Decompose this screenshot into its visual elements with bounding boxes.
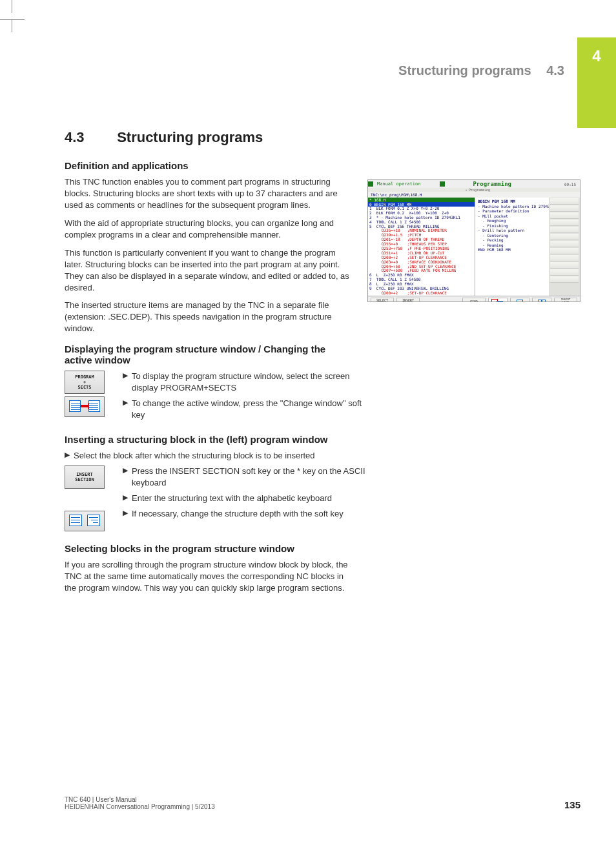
- fig-titlebar: Manual operation Programming 09:15: [368, 180, 580, 188]
- crop-mark: [0, 19, 13, 20]
- section-heading: 4.3 Structuring programs: [65, 129, 555, 146]
- mode-icon: [440, 181, 445, 187]
- fig-btn-window-icon: [510, 298, 529, 303]
- fig-path: TNC:\nc_prog\PGM\168.H: [368, 192, 580, 198]
- triangle-bullet-icon: ▶: [123, 465, 132, 489]
- triangle-bullet-icon: ▶: [123, 493, 132, 504]
- running-header: Structuring programs 4.3: [398, 63, 564, 78]
- fig-program-pane: * 168.H 0 BEGIN PGM 168 MM 1 BLK FORM 0.…: [368, 198, 475, 296]
- softkey-insert-section: INSERT SECTION: [65, 465, 105, 489]
- fig-structure-title: BEGIN PGM 168 MM: [478, 199, 546, 204]
- softkey-program-sects: PROGRAM + SECTS: [65, 371, 105, 394]
- section-title: Structuring programs: [117, 129, 263, 145]
- mode-icon: [368, 181, 373, 187]
- softkey-change-window-icon: [65, 396, 105, 417]
- list-item: ▶ Press the INSERT SECTION soft key or t…: [123, 465, 368, 489]
- fig-structure-line: - Machine hole pattern ID 27943KL1: [478, 204, 546, 209]
- fig-file-row: * 168.H: [368, 198, 475, 202]
- chapter-tab: 4: [577, 37, 616, 128]
- section-number: 4.3: [65, 129, 113, 146]
- triangle-bullet-icon: ▶: [123, 398, 132, 421]
- subheading-definition: Definition and applications: [65, 160, 355, 171]
- fig-btn-split-icon: [532, 298, 551, 303]
- list-item: ▶ Enter the structuring text with the al…: [123, 493, 368, 504]
- fig-structure-line: - Reaming: [478, 243, 546, 248]
- triangle-bullet-icon: ▶: [123, 371, 132, 394]
- paragraph: With the aid of appropriate structuring …: [65, 218, 355, 241]
- fig-bottom-softkey-row: SELECT BLOCK INSERT BLOCK FIND INSERT LA…: [368, 296, 580, 302]
- triangle-bullet-icon: ▶: [65, 450, 74, 462]
- fig-structure-line: - Parameter definition: [478, 209, 546, 214]
- fig-structure-line: - Centering: [478, 233, 546, 238]
- header-title: Structuring programs: [398, 63, 531, 77]
- footer-line2: HEIDENHAIN Conversational Programming | …: [65, 803, 215, 810]
- fig-btn-insert-last: INSERT LAST NC BLOCK: [554, 298, 577, 303]
- fig-structure-line: END PGM 168 MM: [478, 247, 546, 252]
- subheading-selecting: Selecting blocks in the program structur…: [65, 543, 355, 554]
- triangle-bullet-icon: ▶: [123, 508, 132, 520]
- paragraph: The inserted structure items are managed…: [65, 300, 355, 334]
- fig-time: 09:15: [564, 182, 576, 187]
- fig-structure-line: - Finishing: [478, 223, 546, 229]
- fig-side-softkeys: [549, 198, 580, 296]
- crop-mark: [12, 0, 12, 13]
- fig-structure-line: - Pecking: [478, 238, 546, 243]
- fig-btn-insert-block: INSERT BLOCK: [396, 298, 420, 303]
- fig-structure-line: - Drill hole pattern: [478, 228, 546, 233]
- fig-structure-line: - Roughing: [478, 218, 546, 223]
- arrow-right-icon: [81, 405, 88, 407]
- fig-manual-op-label: Manual operation: [377, 181, 420, 187]
- list-item: ▶ Select the block after which the struc…: [65, 450, 355, 462]
- fig-structure-pane: BEGIN PGM 168 MM - Machine hole pattern …: [475, 198, 549, 296]
- paragraph: If you are scrolling through the program…: [65, 559, 355, 594]
- fig-btn-find: FIND: [462, 298, 486, 303]
- subheading-displaying: Displaying the program structure window …: [65, 343, 355, 365]
- paragraph: This function is particularly convenient…: [65, 247, 355, 294]
- list-item: ▶ To display the program structure windo…: [123, 371, 368, 394]
- list-item: ▶ If necessary, change the structure dep…: [123, 508, 368, 520]
- page-footer: TNC 640 | User's Manual HEIDENHAIN Conve…: [65, 796, 580, 810]
- page-number: 135: [564, 799, 580, 810]
- subheading-inserting: Inserting a structuring block in the (le…: [65, 434, 355, 445]
- header-section-number: 4.3: [546, 63, 564, 77]
- footer-line1: TNC 640 | User's Manual: [65, 796, 215, 803]
- screenshot-figure: Manual operation Programming 09:15 → Pro…: [367, 179, 580, 302]
- fig-btn-clipboard-icon: [488, 298, 508, 303]
- crop-mark: [12, 19, 25, 32]
- softkey-structure-depth-icon: [65, 511, 105, 531]
- fig-structure-line: - Mill pocket: [478, 214, 546, 219]
- list-item: ▶ To change the active window, press the…: [123, 398, 368, 421]
- fig-btn-select-block: SELECT BLOCK: [371, 298, 394, 303]
- fig-programming-label: Programming: [473, 181, 511, 187]
- paragraph: This TNC function enables you to comment…: [65, 176, 355, 211]
